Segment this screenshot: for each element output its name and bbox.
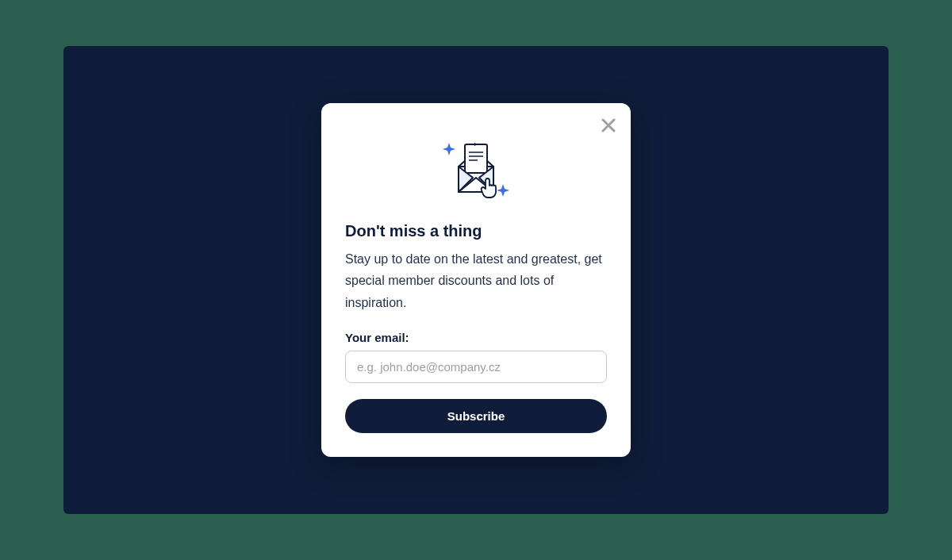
close-icon bbox=[601, 117, 616, 133]
envelope-icon bbox=[428, 128, 524, 208]
modal-description: Stay up to date on the latest and greate… bbox=[345, 248, 607, 313]
modal-title: Don't miss a thing bbox=[345, 222, 607, 240]
subscribe-button[interactable]: Subscribe bbox=[345, 399, 607, 433]
svg-rect-1 bbox=[465, 144, 487, 173]
close-button[interactable] bbox=[597, 114, 620, 136]
email-input[interactable] bbox=[345, 351, 607, 383]
newsletter-modal: Don't miss a thing Stay up to date on th… bbox=[321, 103, 631, 457]
envelope-illustration bbox=[345, 128, 607, 208]
email-label: Your email: bbox=[345, 331, 607, 344]
page-backdrop: Don't miss a thing Stay up to date on th… bbox=[63, 46, 889, 514]
